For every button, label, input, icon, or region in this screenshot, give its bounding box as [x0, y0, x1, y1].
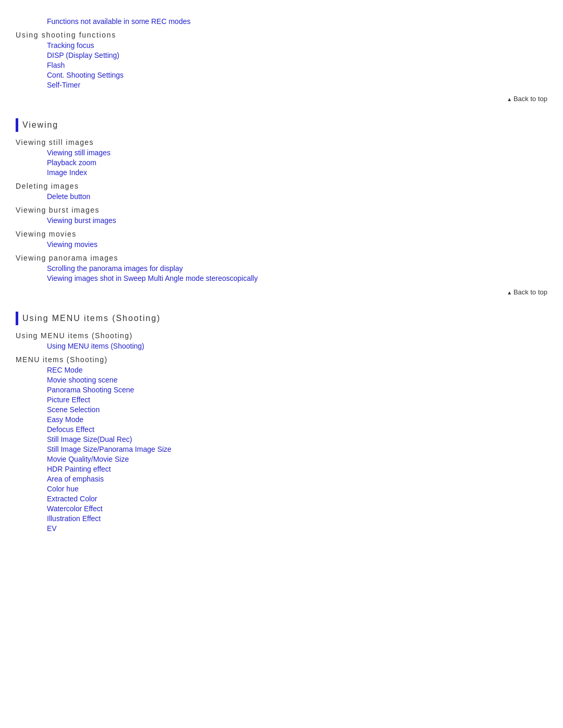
back-to-top-2[interactable]: Back to top — [507, 288, 547, 296]
section-menu-shooting: Using MENU items (Shooting) Using MENU i… — [16, 312, 547, 533]
viewing-title-bar: Viewing — [16, 118, 547, 132]
tracking-focus-link[interactable]: Tracking focus — [47, 41, 547, 50]
rec-mode-link[interactable]: REC Mode — [47, 366, 547, 374]
viewing-burst-heading: Viewing burst images — [16, 206, 547, 214]
defocus-effect-link[interactable]: Defocus Effect — [47, 425, 547, 434]
delete-button-link[interactable]: Delete button — [47, 192, 547, 201]
movie-shooting-scene-link[interactable]: Movie shooting scene — [47, 376, 547, 384]
cont-shooting-link[interactable]: Cont. Shooting Settings — [47, 71, 547, 79]
using-shooting-functions-heading: Using shooting functions — [16, 31, 547, 39]
watercolor-effect-link[interactable]: Watercolor Effect — [47, 504, 547, 513]
area-of-emphasis-link[interactable]: Area of emphasis — [47, 475, 547, 483]
menu-items-heading: MENU items (Shooting) — [16, 355, 547, 364]
functions-not-available-link[interactable]: Functions not available in some REC mode… — [47, 17, 547, 26]
playback-zoom-link[interactable]: Playback zoom — [47, 158, 547, 167]
disp-link[interactable]: DISP (Display Setting) — [47, 51, 547, 59]
self-timer-link[interactable]: Self-Timer — [47, 81, 547, 89]
color-hue-link[interactable]: Color hue — [47, 485, 547, 493]
flash-link[interactable]: Flash — [47, 61, 547, 69]
picture-effect-link[interactable]: Picture Effect — [47, 396, 547, 404]
hdr-painting-link[interactable]: HDR Painting effect — [47, 465, 547, 473]
still-image-size-dual-link[interactable]: Still Image Size(Dual Rec) — [47, 435, 547, 443]
easy-mode-link[interactable]: Easy Mode — [47, 415, 547, 424]
back-to-top-1[interactable]: Back to top — [507, 95, 547, 103]
viewing-movies-link[interactable]: Viewing movies — [47, 240, 547, 249]
viewing-still-heading: Viewing still images — [16, 138, 547, 146]
still-image-size-panorama-link[interactable]: Still Image Size/Panorama Image Size — [47, 445, 547, 453]
viewing-bar-accent — [16, 118, 18, 132]
menu-shooting-title-bar: Using MENU items (Shooting) — [16, 312, 547, 325]
illustration-effect-link[interactable]: Illustration Effect — [47, 514, 547, 523]
page-container: Functions not available in some REC mode… — [0, 10, 563, 553]
scene-selection-link[interactable]: Scene Selection — [47, 405, 547, 414]
deleting-images-heading: Deleting images — [16, 182, 547, 190]
section-shooting-functions: Functions not available in some REC mode… — [16, 17, 547, 103]
scrolling-panorama-link[interactable]: Scrolling the panorama images for displa… — [47, 264, 547, 273]
using-menu-heading: Using MENU items (Shooting) — [16, 331, 547, 340]
viewing-title: Viewing — [22, 120, 58, 130]
viewing-panorama-heading: Viewing panorama images — [16, 254, 547, 262]
menu-shooting-bar-accent — [16, 312, 18, 325]
viewing-burst-link[interactable]: Viewing burst images — [47, 216, 547, 225]
sweep-multi-angle-link[interactable]: Viewing images shot in Sweep Multi Angle… — [47, 274, 547, 282]
viewing-still-link[interactable]: Viewing still images — [47, 149, 547, 157]
viewing-movies-heading: Viewing movies — [16, 230, 547, 238]
image-index-link[interactable]: Image Index — [47, 168, 547, 177]
movie-quality-link[interactable]: Movie Quality/Movie Size — [47, 455, 547, 463]
panorama-shooting-scene-link[interactable]: Panorama Shooting Scene — [47, 386, 547, 394]
ev-link[interactable]: EV — [47, 524, 547, 533]
using-menu-link[interactable]: Using MENU items (Shooting) — [47, 342, 547, 350]
menu-shooting-title: Using MENU items (Shooting) — [22, 314, 161, 323]
section-viewing: Viewing Viewing still images Viewing sti… — [16, 118, 547, 296]
extracted-color-link[interactable]: Extracted Color — [47, 495, 547, 503]
